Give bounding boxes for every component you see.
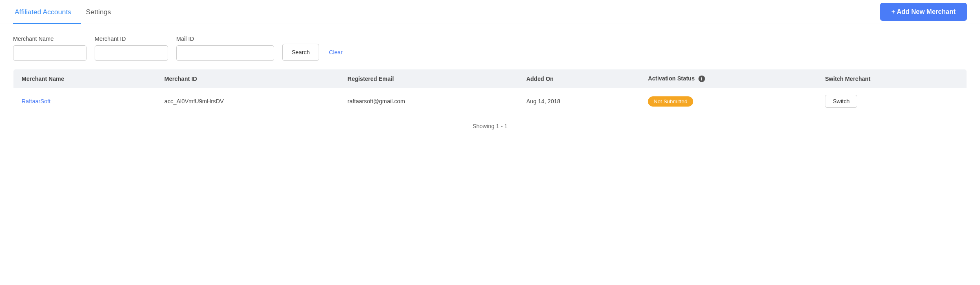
table-row: RaftaarSoft acc_Al0VmfU9mHrsDV raftaarso… [13,88,967,115]
search-button[interactable]: Search [282,44,319,61]
cell-added-on: Aug 14, 2018 [518,88,640,115]
cell-registered-email: raftaarsoft@gmail.com [339,88,518,115]
filter-section: Merchant Name Merchant ID Mail ID Search… [0,24,980,69]
merchant-name-filter-group: Merchant Name [13,36,86,61]
col-added-on: Added On [518,69,640,88]
activation-status-col-label: Activation Status [648,75,694,82]
tab-affiliated-accounts[interactable]: Affiliated Accounts [13,0,81,24]
merchants-table: Merchant Name Merchant ID Registered Ema… [13,69,967,115]
cell-merchant-name: RaftaarSoft [13,88,156,115]
clear-button[interactable]: Clear [327,44,344,61]
col-merchant-id: Merchant ID [156,69,339,88]
tabs-left: Affiliated Accounts Settings [13,0,121,24]
tab-settings[interactable]: Settings [84,0,121,24]
table-header-row: Merchant Name Merchant ID Registered Ema… [13,69,967,88]
mail-id-input[interactable] [176,45,274,61]
tabs-header: Affiliated Accounts Settings + Add New M… [0,0,980,24]
merchant-name-link[interactable]: RaftaarSoft [22,98,51,105]
merchant-name-label: Merchant Name [13,36,86,42]
cell-switch-merchant: Switch [817,88,967,115]
pagination-text: Showing 1 - 1 [13,115,967,138]
activation-status-info-icon: i [698,76,705,82]
col-registered-email: Registered Email [339,69,518,88]
status-badge: Not Submitted [648,96,693,107]
cell-merchant-id: acc_Al0VmfU9mHrsDV [156,88,339,115]
merchant-id-label: Merchant ID [95,36,168,42]
table-section: Merchant Name Merchant ID Registered Ema… [0,69,980,147]
page-container: Affiliated Accounts Settings + Add New M… [0,0,980,285]
mail-id-filter-group: Mail ID [176,36,274,61]
switch-merchant-button[interactable]: Switch [825,95,857,108]
add-new-merchant-button[interactable]: + Add New Merchant [880,3,967,21]
merchant-id-filter-group: Merchant ID [95,36,168,61]
col-switch-merchant: Switch Merchant [817,69,967,88]
merchant-id-input[interactable] [95,45,168,61]
cell-activation-status: Not Submitted [640,88,817,115]
mail-id-label: Mail ID [176,36,274,42]
col-merchant-name: Merchant Name [13,69,156,88]
col-activation-status: Activation Status i [640,69,817,88]
merchant-name-input[interactable] [13,45,86,61]
filter-row: Merchant Name Merchant ID Mail ID Search… [13,36,967,61]
